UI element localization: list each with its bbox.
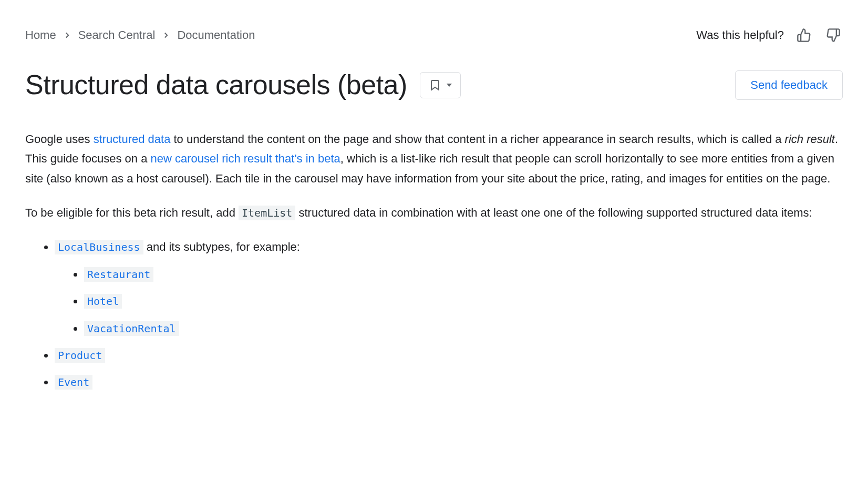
list-item: Hotel xyxy=(84,291,843,311)
text-fragment: structured data in combination with at l… xyxy=(295,206,812,219)
beta-carousel-link[interactable]: new carousel rich result that's in beta xyxy=(150,152,340,165)
hotel-code-link[interactable]: Hotel xyxy=(84,294,122,309)
paragraph-intro: Google uses structured data to understan… xyxy=(25,129,843,188)
caret-down-icon xyxy=(447,84,452,87)
send-feedback-button[interactable]: Send feedback xyxy=(735,70,843,100)
event-code-link[interactable]: Event xyxy=(55,375,92,390)
list-item: LocalBusiness and its subtypes, for exam… xyxy=(55,237,843,338)
localbusiness-code-link[interactable]: LocalBusiness xyxy=(55,240,143,254)
restaurant-code-link[interactable]: Restaurant xyxy=(84,267,153,282)
list-item: Event xyxy=(55,372,843,392)
vacationrental-code-link[interactable]: VacationRental xyxy=(84,321,179,336)
supported-types-list: LocalBusiness and its subtypes, for exam… xyxy=(25,237,843,392)
list-item: VacationRental xyxy=(84,319,843,338)
text-fragment: to understand the content on the page an… xyxy=(170,132,784,146)
thumbs-up-icon xyxy=(797,28,811,43)
chevron-right-icon xyxy=(161,30,171,40)
helpful-label: Was this helpful? xyxy=(696,25,784,45)
page-title: Structured data carousels (beta) xyxy=(25,62,407,108)
rich-result-emphasis: rich result xyxy=(785,132,835,146)
text-fragment: To be eligible for this beta rich result… xyxy=(25,206,239,219)
itemlist-code: ItemList xyxy=(239,206,295,220)
thumbs-down-icon xyxy=(826,28,841,43)
list-item: Product xyxy=(55,345,843,365)
breadcrumb-home[interactable]: Home xyxy=(25,25,56,45)
chevron-right-icon xyxy=(63,30,72,40)
list-item: Restaurant xyxy=(84,264,843,284)
breadcrumb-documentation[interactable]: Documentation xyxy=(177,25,255,45)
product-code-link[interactable]: Product xyxy=(55,348,105,363)
breadcrumb-search-central[interactable]: Search Central xyxy=(78,25,156,45)
thumbs-up-button[interactable] xyxy=(794,26,813,45)
bookmark-icon xyxy=(429,79,441,91)
helpful-section: Was this helpful? xyxy=(696,25,843,45)
text-fragment: and its subtypes, for example: xyxy=(143,240,300,253)
paragraph-eligibility: To be eligible for this beta rich result… xyxy=(25,203,843,222)
subtypes-list: Restaurant Hotel VacationRental xyxy=(55,264,843,338)
text-fragment: Google uses xyxy=(25,132,94,146)
breadcrumb: Home Search Central Documentation xyxy=(25,25,255,45)
thumbs-down-button[interactable] xyxy=(824,26,843,45)
bookmark-button[interactable] xyxy=(420,72,461,98)
structured-data-link[interactable]: structured data xyxy=(94,132,171,146)
